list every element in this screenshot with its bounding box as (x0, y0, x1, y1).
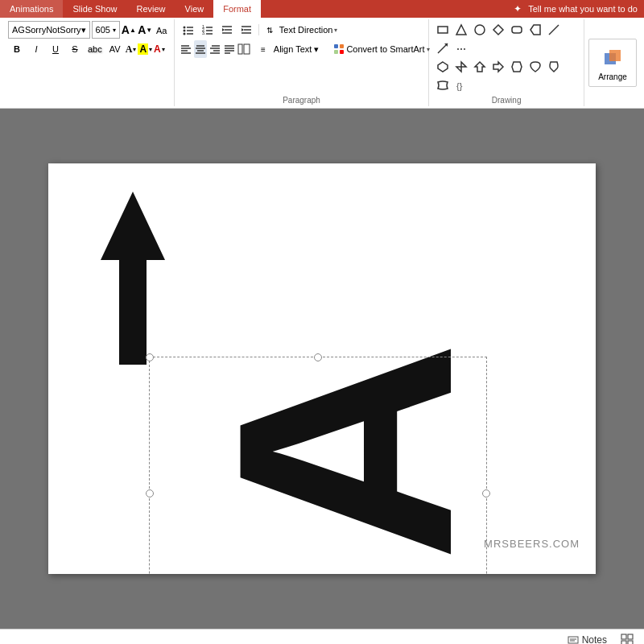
tab-format[interactable]: Format (213, 0, 261, 18)
notes-button[interactable]: Notes (563, 633, 612, 645)
rotated-letter-a: A (169, 244, 539, 574)
arrange-btn[interactable]: Arrange (588, 39, 637, 87)
font-color-display: A (126, 43, 133, 56)
shape14-btn[interactable] (526, 58, 544, 76)
shape6-btn[interactable] (526, 21, 544, 39)
highlight-display: A (138, 43, 148, 55)
shape17-btn[interactable]: {} (452, 76, 470, 94)
svg-marker-62 (101, 192, 165, 365)
svg-text:⋯: ⋯ (456, 43, 466, 55)
svg-line-51 (549, 25, 559, 35)
svg-marker-20 (242, 28, 244, 31)
bold-btn[interactable]: B (8, 40, 26, 58)
paragraph-section-label: Paragraph (180, 94, 423, 105)
underline-btn[interactable]: U (47, 40, 64, 58)
svg-rect-42 (340, 44, 344, 48)
align-center-btn[interactable] (194, 40, 207, 58)
tab-slideshow[interactable]: Slide Show (63, 0, 126, 18)
search-label: Tell me what you want to do (528, 4, 638, 14)
italic-btn[interactable]: I (27, 40, 45, 58)
svg-marker-46 (456, 25, 466, 35)
svg-text:Aa: Aa (156, 26, 167, 35)
svg-text:≡: ≡ (261, 45, 266, 54)
svg-rect-68 (628, 634, 633, 639)
svg-marker-48 (493, 25, 503, 35)
svg-text:{}: {} (456, 81, 463, 91)
svg-rect-38 (238, 44, 242, 54)
svg-rect-70 (628, 641, 633, 645)
svg-rect-41 (334, 44, 338, 48)
shape3-btn[interactable] (471, 21, 489, 39)
shape7-btn[interactable] (545, 21, 563, 39)
shape9-btn[interactable] (434, 58, 452, 76)
align-left-btn[interactable] (180, 40, 192, 58)
shadow-btn[interactable]: abc (85, 40, 105, 58)
shape12-btn[interactable] (489, 58, 507, 76)
ribbon: Animations Slide Show Review View Format… (0, 0, 644, 109)
fontcolor2-display: A (154, 43, 161, 55)
shape1-btn[interactable] (434, 21, 452, 39)
align-right-btn[interactable] (208, 40, 221, 58)
svg-point-5 (183, 33, 185, 35)
svg-point-3 (183, 30, 185, 32)
decrease-font-btn[interactable]: A▼ (138, 21, 152, 39)
justify-btn[interactable] (223, 40, 236, 58)
shape16-btn[interactable] (434, 76, 452, 94)
svg-marker-58 (512, 62, 522, 72)
convert-smartart-btn[interactable]: Convert to SmartArt ▾ (329, 40, 433, 58)
shape11-btn[interactable] (471, 58, 489, 76)
increase-font-btn[interactable]: A▲ (122, 21, 136, 39)
svg-point-1 (183, 27, 185, 29)
svg-marker-55 (438, 62, 448, 72)
svg-point-47 (475, 25, 485, 35)
svg-rect-49 (512, 27, 522, 33)
clear-format-btn[interactable]: Aa (154, 21, 168, 39)
tab-animations[interactable]: Animations (0, 0, 63, 18)
font-dropdown-icon: ▾ (81, 25, 86, 35)
tab-review[interactable]: Review (126, 0, 175, 18)
svg-marker-57 (493, 62, 503, 72)
slide: A MRSBEERS.COM (48, 163, 596, 574)
charspacing-btn[interactable]: AV (106, 40, 124, 58)
shape15-btn[interactable] (545, 58, 563, 76)
paragraph-section: 1. 2. 3. (175, 19, 429, 106)
shape10-btn[interactable] (452, 58, 470, 76)
tab-view[interactable]: View (175, 0, 214, 18)
more-shapes-btn[interactable]: ⋯ (452, 39, 470, 57)
shape8-btn[interactable] (434, 39, 452, 57)
watermark: MRSBEERS.COM (484, 538, 580, 550)
shape13-btn[interactable] (508, 58, 526, 76)
notes-label: Notes (582, 634, 607, 645)
font-name-box[interactable]: AGSorryNotSorry ▾ (8, 21, 90, 39)
align-text-label: Align Text ▾ (274, 44, 320, 55)
size-dropdown-icon: ▾ (113, 27, 116, 34)
svg-text:A: A (174, 341, 516, 562)
svg-rect-64 (568, 637, 578, 643)
svg-text:⇅: ⇅ (266, 26, 273, 35)
shape4-btn[interactable] (489, 21, 507, 39)
svg-marker-50 (530, 25, 540, 35)
handle-ml[interactable] (146, 489, 154, 497)
columns-btn[interactable] (237, 40, 250, 58)
shape2-btn[interactable] (452, 21, 470, 39)
convert-smartart-label: Convert to SmartArt (346, 44, 424, 54)
decrease-indent-btn[interactable] (218, 21, 236, 39)
font-color-arrow: ▾ (133, 46, 136, 53)
fontcolor2-arrow: ▾ (162, 46, 165, 53)
ribbon-body: AGSorryNotSorry ▾ 605 ▾ A▲ A▼ Aa B I U S… (0, 18, 644, 109)
view-options-btn[interactable] (618, 631, 636, 645)
arrange-label: Arrange (598, 72, 627, 81)
numbering-btn[interactable]: 1. 2. 3. (199, 21, 217, 39)
text-direction-label: Text Direction (279, 25, 333, 35)
strikethrough-btn[interactable]: S (66, 40, 84, 58)
app-body: A MRSBEERS.COM (0, 109, 644, 629)
align-text-btn[interactable]: ≡ Align Text ▾ (257, 40, 324, 58)
svg-marker-16 (222, 28, 225, 31)
shape5-btn[interactable] (508, 21, 526, 39)
bullets-btn[interactable] (180, 21, 197, 39)
font-size-box[interactable]: 605 ▾ (92, 21, 120, 39)
font-section-label (8, 103, 169, 105)
svg-rect-69 (621, 641, 626, 645)
text-direction-btn[interactable]: ⇅ Text Direction ▾ (262, 21, 342, 39)
increase-indent-btn[interactable] (237, 21, 255, 39)
